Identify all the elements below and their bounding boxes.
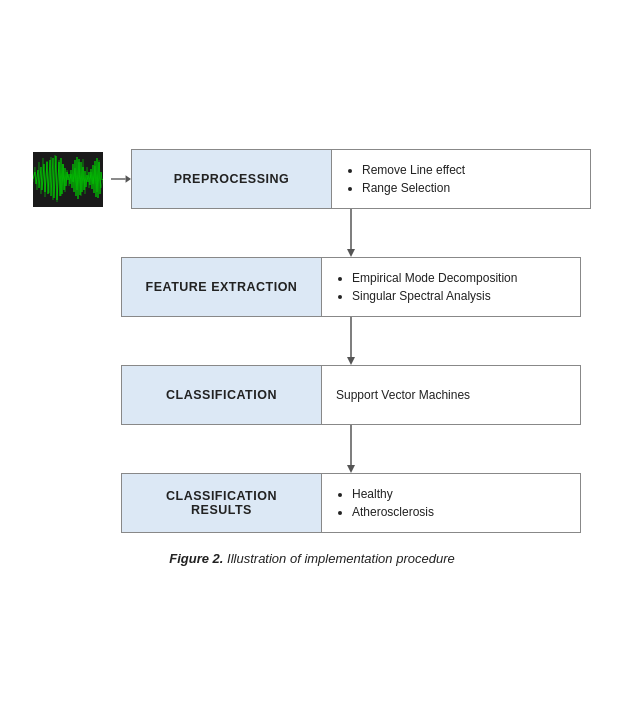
svg-marker-8 [347, 465, 355, 473]
preprocessing-box: PREPROCESSING Remove Line effect Range S… [131, 149, 591, 209]
feature-item-1: Empirical Mode Decomposition [352, 269, 517, 287]
flow-row-preprocessing: PREPROCESSING Remove Line effect Range S… [27, 149, 597, 209]
svg-marker-4 [347, 249, 355, 257]
signal-waveform [33, 152, 103, 207]
classification-value: Support Vector Machines [336, 388, 470, 402]
result-item-1: Healthy [352, 485, 434, 503]
classification-results-content: Healthy Atherosclerosis [322, 474, 580, 532]
preprocessing-content: Remove Line effect Range Selection [332, 150, 590, 208]
feature-extraction-label: FEATURE EXTRACTION [122, 258, 322, 316]
classification-results-box: CLASSIFICATION RESULTS Healthy Atheroscl… [121, 473, 581, 533]
classification-content: Support Vector Machines [322, 366, 580, 424]
svg-marker-6 [347, 357, 355, 365]
feature-item-2: Singular Spectral Analysis [352, 287, 517, 305]
preprocessing-label: PREPROCESSING [132, 150, 332, 208]
arrow-v-1 [344, 209, 358, 257]
flow-row-feature: FEATURE EXTRACTION Empirical Mode Decomp… [27, 257, 597, 317]
preprocessing-item-2: Range Selection [362, 179, 465, 197]
diagram-container: PREPROCESSING Remove Line effect Range S… [17, 129, 607, 586]
figure-caption: Figure 2. Illustration of implementation… [169, 551, 454, 566]
arrow-v-2 [344, 317, 358, 365]
preprocessing-item-1: Remove Line effect [362, 161, 465, 179]
classification-label: CLASSIFICATION [122, 366, 322, 424]
classification-box: CLASSIFICATION Support Vector Machines [121, 365, 581, 425]
arrow-to-preprocessing [111, 172, 131, 186]
arrow-v-3 [344, 425, 358, 473]
classification-results-label: CLASSIFICATION RESULTS [122, 474, 322, 532]
feature-extraction-content: Empirical Mode Decomposition Singular Sp… [322, 258, 580, 316]
flow-row-results: CLASSIFICATION RESULTS Healthy Atheroscl… [27, 473, 597, 533]
flow-row-classification: CLASSIFICATION Support Vector Machines [27, 365, 597, 425]
feature-extraction-box: FEATURE EXTRACTION Empirical Mode Decomp… [121, 257, 581, 317]
result-item-2: Atherosclerosis [352, 503, 434, 521]
